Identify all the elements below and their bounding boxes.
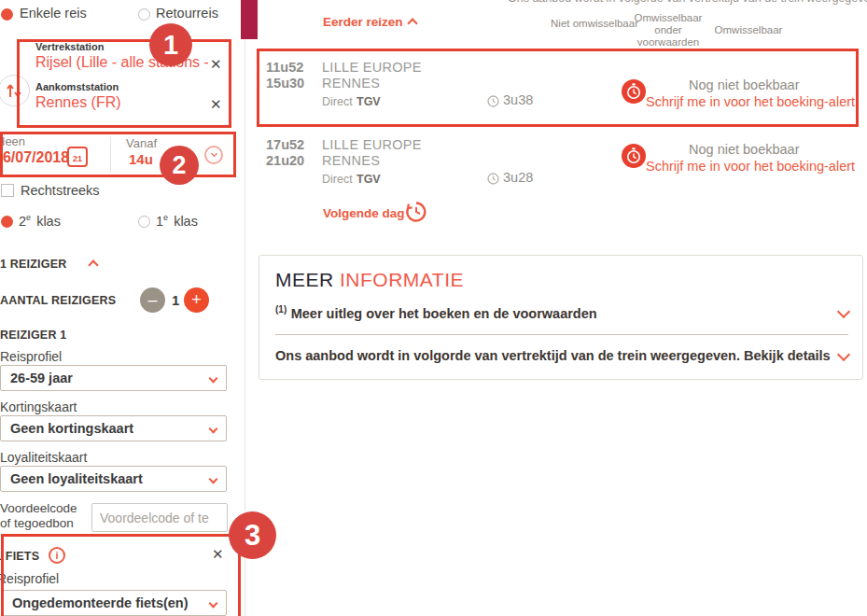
radio-one-way[interactable] [1, 8, 13, 21]
results-panel: Ons aanbod wordt in volgorde van vertrek… [258, 0, 867, 616]
one-way-label: Enkele reis [20, 6, 87, 21]
direct-label: Rechtstreeks [21, 183, 100, 198]
expand-icon[interactable] [837, 348, 850, 361]
departure-station: LILLE EUROPE [322, 60, 422, 75]
booking-alert-link[interactable]: Schrijf me in voor het boeking-alert [646, 159, 855, 174]
bike-profile-label: Reisprofiel [0, 571, 59, 586]
booking-status: Nog niet boekbaar [689, 77, 800, 92]
route-type: Direct [322, 95, 353, 108]
remove-bike-icon[interactable]: ✕ [212, 546, 224, 563]
to-station-value[interactable]: Rennes (FR) [35, 94, 121, 111]
chevron-down-icon [209, 475, 218, 484]
annotation-step-2: 2 [160, 146, 199, 185]
chevron-down-icon [209, 599, 218, 609]
train-type: TGV [357, 95, 381, 108]
duration-value: 3u38 [503, 92, 533, 107]
departure-time: 11u52 [266, 60, 303, 75]
info-row-sort-order[interactable]: Ons aanbod wordt in volgorde van vertrek… [275, 347, 848, 364]
loyalty-label: Loyaliteitskaart [0, 450, 87, 465]
annotation-step-1: 1 [149, 23, 192, 66]
booking-alert-icon [622, 79, 646, 104]
info-icon[interactable]: i [49, 547, 65, 564]
route-type: Direct [322, 173, 353, 186]
more-info-card: MEER INFORMATIE (1) Meer uitleg over het… [259, 255, 863, 380]
outbound-date-label: Heen [0, 134, 25, 148]
swap-arrows-icon [6, 81, 22, 100]
radio-return[interactable] [138, 8, 150, 21]
travelers-section-header: 1 REIZIGER [0, 258, 66, 271]
voucher-input[interactable] [91, 503, 228, 532]
traveler1-header: REIZIGER 1 [0, 329, 66, 342]
radio-first-class[interactable] [138, 216, 150, 228]
arrival-time: 21u20 [266, 153, 304, 168]
annotation-step-3: 3 [229, 511, 276, 559]
app-screen: Enkele reis Retourreis Vertrekstation Ri… [0, 0, 867, 616]
column-exchangeable: Omwisselbaar [702, 24, 795, 36]
loyalty-select[interactable]: Geen loyaliteitskaart [0, 466, 227, 492]
more-info-title: MEER INFORMATIE [275, 269, 464, 291]
voucher-input-wrap [91, 503, 228, 532]
duration-clock-icon [487, 173, 499, 185]
second-class-label: 2e klas [19, 213, 61, 229]
chevron-up-icon [407, 18, 417, 28]
depart-after-label: Vanaf [126, 136, 157, 150]
booking-alert-icon [622, 144, 646, 168]
voucher-label: Voordeelcode of tegoedbon [0, 501, 90, 531]
swap-stations-button[interactable] [0, 75, 30, 106]
calendar-icon[interactable]: 21 [67, 147, 88, 167]
column-exchangeable-conditions: Omwisselbaar onder voorwaarden [623, 12, 713, 49]
discount-label: Kortingskaart [0, 399, 77, 414]
duration-clock-icon [487, 95, 499, 107]
next-day-link[interactable]: Volgende dag [323, 206, 405, 220]
arrival-time: 15u30 [266, 76, 304, 91]
time-dropdown-icon[interactable] [204, 146, 223, 164]
earlier-trips-link[interactable]: Eerder reizen [323, 15, 403, 29]
booking-status: Nog niet boekbaar [689, 142, 800, 157]
duration-value: 3u28 [503, 170, 533, 185]
bike-profile-select[interactable]: Ongedemonteerde fiets(en) [2, 590, 227, 616]
direct-checkbox[interactable] [1, 184, 14, 197]
return-label: Retourreis [156, 6, 218, 21]
sort-order-note: Ons aanbod wordt in volgorde van vertrek… [508, 0, 867, 5]
info-row-booking-conditions[interactable]: (1) Meer uitleg over het boeken en de vo… [275, 304, 848, 322]
chevron-down-icon [210, 150, 217, 157]
card-divider [275, 334, 848, 335]
collapse-travelers-icon[interactable] [88, 259, 98, 270]
radio-second-class[interactable] [1, 216, 13, 228]
profile-label: Reisprofiel [0, 349, 62, 364]
arrival-station: RENNES [322, 153, 380, 168]
clear-from-icon[interactable]: ✕ [210, 56, 222, 73]
departure-time: 17u52 [266, 137, 304, 152]
traveler-count-label: AANTAL REIZIGERS [0, 294, 116, 307]
increase-travelers-button[interactable]: + [184, 287, 209, 313]
search-sidebar: Enkele reis Retourreis Vertrekstation Ri… [0, 0, 245, 616]
discount-select[interactable]: Geen kortingskaart [0, 415, 227, 441]
arrival-station: RENNES [322, 76, 380, 91]
chevron-down-icon [209, 425, 218, 434]
to-station-label: Aankomststation [35, 81, 119, 92]
maroon-accent-bar [241, 0, 258, 39]
outbound-date-value[interactable]: 26/07/2018 [0, 149, 69, 166]
next-day-clock-icon[interactable] [405, 201, 427, 223]
clear-to-icon[interactable]: ✕ [210, 96, 222, 113]
traveler-count-value: 1 [172, 292, 179, 308]
booking-alert-link[interactable]: Schrijf me in voor het boeking-alert [646, 94, 855, 109]
profile-select[interactable]: 26-59 jaar [0, 365, 227, 391]
chevron-down-icon [209, 374, 218, 384]
departure-station: LILLE EUROPE [322, 137, 422, 152]
expand-icon[interactable] [837, 305, 850, 318]
bike-section-header: 1 FIETS [0, 550, 39, 563]
first-class-label: 1e klas [156, 213, 198, 229]
from-station-label: Vertrekstation [35, 41, 104, 52]
depart-after-value[interactable]: 14u [129, 151, 153, 167]
date-time-divider [110, 137, 111, 173]
train-type: TGV [357, 173, 381, 186]
decrease-travelers-button[interactable]: – [140, 287, 165, 313]
